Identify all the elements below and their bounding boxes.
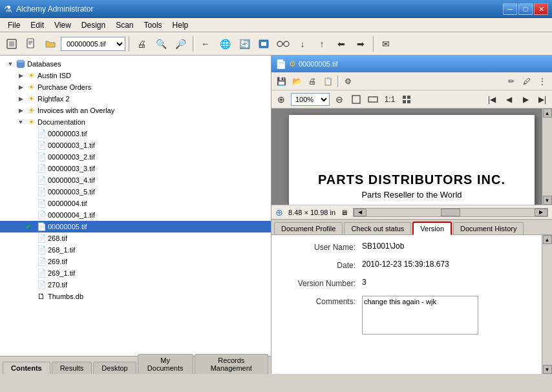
tree-item-00000003-4[interactable]: 📄 00000003_4.tif: [0, 174, 271, 186]
checkout-button[interactable]: [255, 35, 273, 53]
prev-page-btn[interactable]: ◀: [502, 92, 516, 107]
menu-view[interactable]: View: [49, 19, 76, 31]
menu-tools[interactable]: Tools: [139, 19, 167, 31]
tree-item-268-1[interactable]: 📄 268_1.tif: [0, 244, 271, 256]
next-button[interactable]: ➡: [352, 35, 370, 53]
tree-item-invoices[interactable]: ▶ ☀ Invoices with an Overlay: [0, 105, 271, 116]
tree-label-00000003-2: 00000003_2.tif: [48, 153, 95, 161]
comments-textarea[interactable]: change this again - wjk: [362, 296, 478, 335]
tree-item-00000003-1[interactable]: 📄 00000003_1.tif: [0, 139, 271, 151]
actual-size-btn[interactable]: 1:1: [383, 92, 397, 107]
separator-1: [129, 36, 129, 52]
tree-item-databases[interactable]: ▼ Databases: [0, 58, 271, 70]
doc-scroll-area[interactable]: ▲ ▼ PARTS DISTRIBUTORS INC. Parts Resell…: [271, 108, 552, 205]
hscroll-left-btn[interactable]: ◀: [354, 209, 366, 216]
tree-item-documentation[interactable]: ▼ ☀ Documentation: [0, 116, 271, 128]
search-button[interactable]: 🔍: [152, 35, 170, 53]
tab-document-profile[interactable]: Document Profile: [274, 222, 343, 234]
last-page-btn[interactable]: ▶|: [535, 92, 549, 107]
version-tab-content: User Name: SB1001\Job Date: 2010-12-23 1…: [271, 235, 542, 374]
doc-highlight-btn[interactable]: 🖊: [520, 74, 534, 88]
scroll-down-btn[interactable]: ▼: [543, 196, 552, 205]
print-button[interactable]: 🖨: [133, 35, 151, 53]
fit-page-btn[interactable]: [349, 92, 363, 107]
tree-item-rightfax[interactable]: ▶ ☀ Rightfax 2: [0, 93, 271, 105]
doc-vscrollbar[interactable]: ▲ ▼: [542, 108, 552, 205]
hscroll-right-btn[interactable]: ▶: [535, 209, 547, 216]
expander-austinisd[interactable]: ▶: [16, 70, 26, 81]
binoculars-button[interactable]: [274, 35, 292, 53]
doc-hscrollbar[interactable]: ◀ ▶: [353, 208, 548, 217]
maximize-button[interactable]: □: [518, 3, 533, 15]
tree-item-269[interactable]: 📄 269.tif: [0, 256, 271, 267]
fit-width-btn[interactable]: [366, 92, 380, 107]
filename-combo[interactable]: 00000005.tif: [61, 37, 125, 51]
bottom-tab-results[interactable]: Results: [52, 362, 92, 374]
up-button[interactable]: ↑: [313, 35, 331, 53]
doc-print-btn[interactable]: 🖨: [305, 74, 319, 88]
tree-item-00000005[interactable]: ✔ 📄 00000005.tif: [0, 221, 271, 232]
tree-item-269-1[interactable]: 📄 269_1.tif: [0, 267, 271, 279]
zoom-in-btn[interactable]: ⊕: [274, 92, 288, 107]
refresh-button[interactable]: 🔄: [235, 35, 253, 53]
tree-item-00000003-5[interactable]: 📄 00000003_5.tif: [0, 186, 271, 198]
hscroll-thumb[interactable]: [441, 209, 460, 216]
back-button[interactable]: ←: [196, 35, 215, 53]
minimize-button[interactable]: ─: [503, 3, 517, 15]
menu-edit[interactable]: Edit: [25, 19, 49, 31]
tabs-vscrollbar[interactable]: ▲ ▼: [542, 235, 552, 374]
expander-documentation[interactable]: ▼: [16, 117, 26, 127]
tree-item-268[interactable]: 📄 268.tif: [0, 232, 271, 244]
grid-btn[interactable]: [399, 92, 414, 107]
tree-item-00000003-2[interactable]: 📄 00000003_2.tif: [0, 151, 271, 163]
tree-item-00000004[interactable]: 📄 00000004.tif: [0, 198, 271, 209]
toolbar-btn-3[interactable]: [41, 35, 59, 53]
tree-item-austinisd[interactable]: ▶ ☀ Austin ISD: [0, 70, 271, 81]
first-page-btn[interactable]: |◀: [485, 92, 499, 107]
tree-item-thumbs[interactable]: 🗋 Thumbs.db: [0, 291, 271, 302]
tree-item-00000004-1[interactable]: 📄 00000004_1.tif: [0, 209, 271, 221]
bottom-tab-desktop[interactable]: Desktop: [93, 362, 136, 374]
close-button[interactable]: ✕: [534, 3, 548, 15]
toolbar-btn-1[interactable]: [3, 35, 21, 53]
zoom-select[interactable]: 100%: [291, 93, 330, 106]
prev-button[interactable]: ⬅: [332, 35, 350, 53]
doc-settings-btn[interactable]: ⚙: [341, 74, 355, 88]
tab-document-history[interactable]: Document History: [453, 222, 524, 234]
doc-copy-btn[interactable]: 📋: [321, 74, 335, 88]
scroll-up-btn[interactable]: ▲: [543, 108, 552, 118]
expander-rightfax[interactable]: ▶: [16, 94, 26, 104]
menu-file[interactable]: File: [3, 19, 25, 31]
tabs-scroll-down[interactable]: ▼: [543, 365, 552, 374]
zoom-out-btn[interactable]: ⊖: [332, 92, 346, 107]
doc-open-btn[interactable]: 📂: [290, 74, 304, 88]
bottom-tab-records[interactable]: Records Management: [195, 354, 268, 374]
expander-databases[interactable]: ▼: [5, 59, 16, 69]
tree-item-purchase[interactable]: ▶ ☀ Purchase Orders: [0, 81, 271, 93]
find-button[interactable]: 🔎: [171, 35, 189, 53]
doc-save-btn[interactable]: 💾: [274, 74, 288, 88]
doc-pencil-btn[interactable]: ✏: [504, 74, 518, 88]
tabs-scroll-up[interactable]: ▲: [543, 235, 552, 244]
tab-version[interactable]: Version: [412, 222, 452, 235]
email-button[interactable]: ✉: [377, 35, 395, 53]
tab-checkout-status[interactable]: Check out status: [344, 222, 411, 234]
menu-scan[interactable]: Scan: [111, 19, 138, 31]
tree-item-00000003-3[interactable]: 📄 00000003_3.tif: [0, 163, 271, 174]
down-button[interactable]: ↓: [293, 35, 312, 53]
svg-rect-15: [403, 96, 406, 99]
expander-purchase[interactable]: ▶: [16, 82, 26, 92]
menu-help[interactable]: Help: [167, 19, 194, 31]
expander-invoices[interactable]: ▶: [16, 105, 26, 116]
tree-item-270[interactable]: 📄 270.tif: [0, 279, 271, 291]
globe-button[interactable]: 🌐: [216, 35, 234, 53]
doc-toolbar2: ⊕ 100% ⊖ 1:1 |◀ ◀ ▶: [271, 90, 552, 108]
bottom-tab-contents[interactable]: Contents: [3, 362, 50, 374]
menu-design[interactable]: Design: [76, 19, 111, 31]
tree-area[interactable]: ▼ Databases ▶ ☀ Austin ISD ▶ ☀ Purchase …: [0, 56, 271, 356]
doc-more-btn[interactable]: ⋮: [535, 74, 549, 88]
toolbar-btn-2[interactable]: [22, 35, 40, 53]
bottom-tab-mydocuments[interactable]: My Documents: [138, 354, 193, 374]
tree-item-00000003[interactable]: 📄 00000003.tif: [0, 128, 271, 139]
next-page-btn[interactable]: ▶: [518, 92, 533, 107]
